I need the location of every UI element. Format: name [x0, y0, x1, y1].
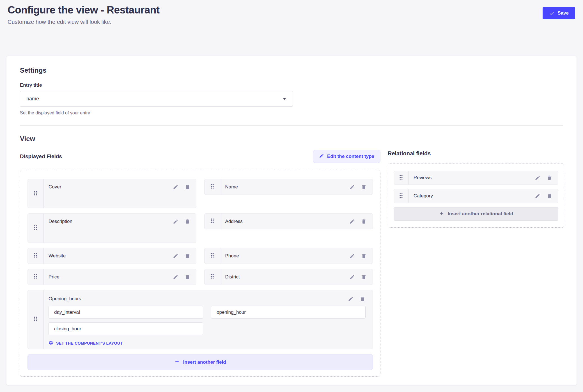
- drag-handle-icon: [210, 274, 214, 280]
- insert-another-field-button[interactable]: Insert another field: [27, 354, 373, 370]
- edit-field-button[interactable]: [534, 175, 541, 181]
- field-content: Category: [408, 189, 558, 203]
- component-subfield-row: day_interval opening_hour: [49, 306, 366, 319]
- insert-another-relational-field-button[interactable]: Insert another relational field: [394, 207, 558, 221]
- gear-icon: [49, 340, 53, 346]
- set-component-layout-label: SET THE COMPONENT'S LAYOUT: [56, 341, 123, 345]
- field-label: Price: [49, 274, 173, 280]
- plus-icon: [174, 359, 180, 366]
- drag-handle[interactable]: [394, 171, 408, 185]
- drag-handle[interactable]: [28, 269, 43, 285]
- drag-handle[interactable]: [394, 189, 408, 203]
- drag-handle[interactable]: [28, 179, 43, 208]
- field-content: District: [220, 269, 373, 285]
- field-label: Address: [225, 219, 349, 224]
- trash-icon: [185, 274, 190, 280]
- pencil-icon: [349, 219, 355, 224]
- subfield-closing-hour[interactable]: closing_hour: [49, 322, 203, 335]
- field-row: Website Phone: [27, 248, 373, 264]
- field-box-cover[interactable]: Cover: [27, 179, 196, 208]
- pencil-icon: [173, 184, 178, 190]
- view-heading: View: [20, 135, 563, 143]
- edit-field-button[interactable]: [348, 296, 354, 302]
- pencil-icon: [535, 193, 540, 199]
- field-box-website[interactable]: Website: [27, 248, 196, 264]
- field-box-opening-hours[interactable]: Opening_hours day_interval opening_hour …: [27, 290, 373, 349]
- delete-field-button[interactable]: [184, 184, 190, 190]
- field-content: Price: [43, 269, 196, 285]
- field-box-district[interactable]: District: [204, 269, 373, 285]
- entry-title-selected-value: name: [26, 96, 39, 102]
- relational-field-box-reviews[interactable]: Reviews: [394, 171, 558, 185]
- delete-field-button[interactable]: [184, 218, 190, 225]
- relational-fields-drop-zone: Reviews Category: [388, 163, 564, 228]
- insert-another-relational-field-label: Insert another relational field: [448, 211, 513, 217]
- delete-field-button[interactable]: [546, 175, 552, 181]
- displayed-fields-header: Displayed Fields Edit the content type: [20, 150, 380, 163]
- save-button[interactable]: Save: [543, 7, 575, 19]
- field-row: Cover Name: [27, 179, 373, 208]
- drag-handle-icon: [210, 218, 214, 225]
- field-label: Phone: [225, 253, 349, 259]
- edit-content-type-button[interactable]: Edit the content type: [313, 150, 380, 163]
- field-box-address[interactable]: Address: [204, 213, 373, 229]
- plus-icon: [439, 211, 444, 218]
- relational-fields-column: Relational fields Reviews: [388, 150, 564, 228]
- drag-handle[interactable]: [205, 179, 220, 195]
- relational-field-label: Category: [414, 193, 534, 199]
- pencil-icon: [319, 153, 324, 160]
- displayed-fields-label: Displayed Fields: [20, 153, 62, 160]
- edit-field-button[interactable]: [349, 274, 355, 280]
- field-row: Opening_hours day_interval opening_hour …: [27, 290, 373, 349]
- edit-field-button[interactable]: [349, 218, 355, 225]
- relational-field-label: Reviews: [414, 175, 534, 181]
- drag-handle-icon: [34, 190, 37, 197]
- set-component-layout-link[interactable]: SET THE COMPONENT'S LAYOUT: [49, 340, 123, 346]
- subfield-opening-hour[interactable]: opening_hour: [211, 306, 366, 319]
- component-label: Opening_hours: [49, 296, 348, 302]
- edit-field-button[interactable]: [173, 218, 179, 225]
- delete-field-button[interactable]: [184, 253, 190, 259]
- drag-handle-icon: [34, 316, 37, 323]
- delete-field-button[interactable]: [361, 253, 367, 259]
- configuration-card: Settings Entry title name Set the displa…: [6, 56, 577, 385]
- drag-handle[interactable]: [28, 214, 43, 243]
- field-label: Cover: [49, 184, 173, 190]
- delete-field-button[interactable]: [359, 296, 366, 302]
- delete-field-button[interactable]: [184, 274, 190, 280]
- delete-field-button[interactable]: [361, 184, 367, 190]
- field-box-phone[interactable]: Phone: [204, 248, 373, 264]
- field-row: Description Address: [27, 213, 373, 243]
- entry-title-select[interactable]: name: [20, 91, 293, 107]
- pencil-icon: [349, 184, 355, 190]
- edit-field-button[interactable]: [349, 253, 355, 259]
- subfield-day-interval[interactable]: day_interval: [49, 306, 203, 319]
- delete-field-button[interactable]: [546, 193, 552, 199]
- check-icon: [549, 11, 554, 16]
- entry-title-label: Entry title: [20, 82, 563, 88]
- drag-handle[interactable]: [205, 248, 220, 264]
- page-header: Configure the view - Restaurant Customiz…: [0, 0, 583, 56]
- edit-field-button[interactable]: [534, 193, 541, 199]
- drag-handle-icon: [34, 225, 37, 231]
- edit-field-button[interactable]: [349, 184, 355, 190]
- field-box-name[interactable]: Name: [204, 179, 373, 195]
- field-box-description[interactable]: Description: [27, 213, 196, 243]
- field-content: Phone: [220, 248, 373, 264]
- drag-handle[interactable]: [28, 290, 43, 349]
- edit-field-button[interactable]: [173, 184, 179, 190]
- field-label: District: [225, 274, 349, 280]
- displayed-fields-column: Displayed Fields Edit the content type C…: [20, 150, 380, 377]
- field-box-price[interactable]: Price: [27, 269, 196, 285]
- trash-icon: [361, 184, 367, 190]
- edit-field-button[interactable]: [173, 253, 179, 259]
- delete-field-button[interactable]: [361, 274, 367, 280]
- caret-down-icon: [283, 98, 286, 100]
- delete-field-button[interactable]: [361, 218, 367, 225]
- drag-handle[interactable]: [28, 248, 43, 264]
- field-label: Website: [49, 253, 173, 259]
- edit-field-button[interactable]: [173, 274, 179, 280]
- drag-handle[interactable]: [205, 269, 220, 285]
- relational-field-box-category[interactable]: Category: [394, 189, 558, 203]
- drag-handle[interactable]: [205, 214, 220, 229]
